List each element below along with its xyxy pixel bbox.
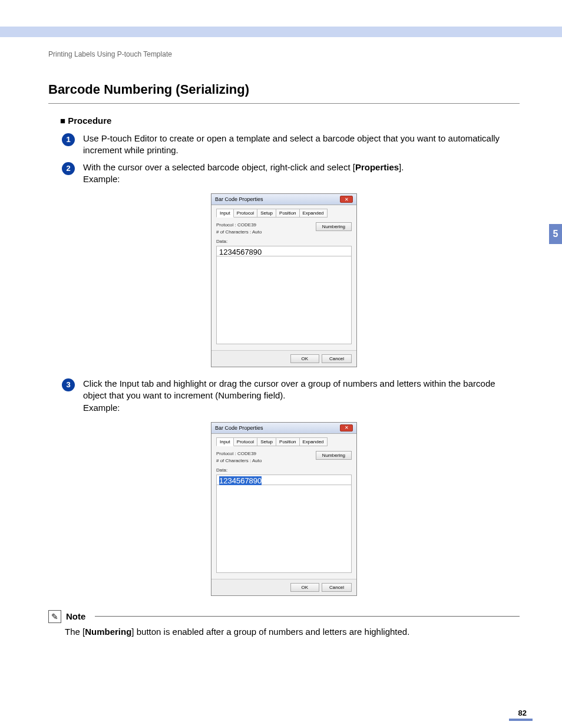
data-input-highlighted[interactable]: 1234567890 [216, 475, 352, 485]
close-icon[interactable]: ✕ [340, 196, 353, 203]
ok-button[interactable]: OK [290, 583, 320, 592]
barcode-properties-dialog: Bar Code Properties ✕ Input Protocol Set… [211, 422, 357, 596]
protocol-label: Protocol : CODE39 [216, 222, 262, 228]
dialog-titlebar: Bar Code Properties ✕ [211, 423, 356, 434]
step-2-text: With the cursor over a selected barcode … [83, 162, 520, 186]
tab-input[interactable]: Input [216, 209, 234, 218]
step-number-icon: 1 [62, 133, 75, 146]
data-preview-area [216, 485, 352, 573]
step-number-icon: 3 [62, 378, 75, 391]
step-3-text: Click the Input tab and highlight or dra… [83, 378, 520, 414]
tab-protocol[interactable]: Protocol [233, 209, 257, 218]
dialog-tabs: Input Protocol Setup Position Expanded [216, 209, 352, 218]
step-number-icon: 2 [62, 162, 75, 175]
tab-position[interactable]: Position [276, 209, 299, 218]
close-icon[interactable]: ✕ [340, 424, 353, 431]
dialog-title-text: Bar Code Properties [215, 196, 263, 202]
numbering-button[interactable]: Numbering [316, 451, 352, 460]
ok-button[interactable]: OK [290, 354, 320, 363]
tab-expanded[interactable]: Expanded [299, 437, 328, 446]
page-accent [509, 719, 533, 721]
procedure-label: Procedure [60, 116, 520, 126]
cancel-button[interactable]: Cancel [322, 354, 352, 363]
data-input[interactable]: 1234567890 [216, 246, 352, 256]
step-2: 2 With the cursor over a selected barcod… [62, 162, 520, 186]
numbering-button[interactable]: Numbering [316, 222, 352, 231]
section-title: Barcode Numbering (Serializing) [48, 82, 520, 97]
tab-expanded[interactable]: Expanded [299, 209, 328, 218]
note-icon: ✎ [48, 610, 61, 623]
step-1-text: Use P-touch Editor to create or open a t… [83, 133, 520, 157]
dialog-example-2: Bar Code Properties ✕ Input Protocol Set… [48, 422, 520, 596]
data-label: Data: [216, 467, 352, 473]
tab-protocol[interactable]: Protocol [233, 437, 257, 446]
tab-position[interactable]: Position [276, 437, 299, 446]
chars-label: # of Characters : Auto [216, 458, 262, 463]
dialog-titlebar: Bar Code Properties ✕ [211, 194, 356, 205]
data-label: Data: [216, 239, 352, 244]
note-label: Note [66, 611, 85, 621]
tab-input[interactable]: Input [216, 437, 234, 446]
chapter-tab: 5 [549, 224, 562, 244]
page-number: 82 [518, 709, 527, 717]
breadcrumb: Printing Labels Using P-touch Template [48, 50, 520, 58]
chars-label: # of Characters : Auto [216, 229, 262, 235]
data-preview-area [216, 256, 352, 344]
note-block: ✎ Note The [Numbering] button is enabled… [48, 610, 520, 638]
protocol-label: Protocol : CODE39 [216, 451, 262, 456]
divider [48, 103, 520, 104]
page-content: Printing Labels Using P-touch Template B… [48, 50, 520, 638]
note-rule [95, 616, 520, 617]
cancel-button[interactable]: Cancel [322, 583, 352, 592]
dialog-example-1: Bar Code Properties ✕ Input Protocol Set… [48, 193, 520, 367]
header-bar [0, 27, 562, 37]
note-text: The [Numbering] button is enabled after … [65, 625, 520, 638]
barcode-properties-dialog: Bar Code Properties ✕ Input Protocol Set… [211, 193, 357, 367]
tab-setup[interactable]: Setup [257, 209, 276, 218]
step-3: 3 Click the Input tab and highlight or d… [62, 378, 520, 414]
dialog-title-text: Bar Code Properties [215, 425, 263, 431]
step-1: 1 Use P-touch Editor to create or open a… [62, 133, 520, 157]
tab-setup[interactable]: Setup [257, 437, 276, 446]
dialog-tabs: Input Protocol Setup Position Expanded [216, 437, 352, 446]
